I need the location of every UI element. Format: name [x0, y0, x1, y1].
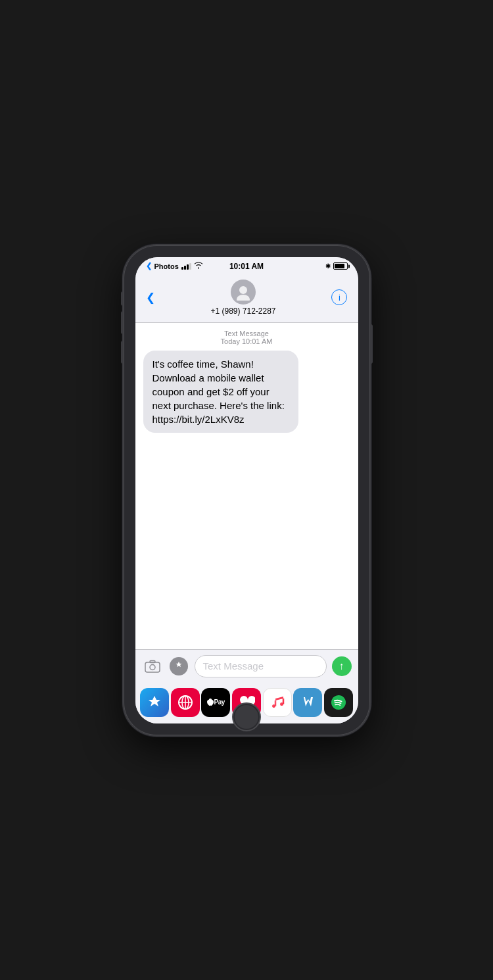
silent-switch — [121, 291, 124, 306]
message-meta: Text Message Today 10:01 AM — [135, 330, 358, 345]
phone-device: ❮ Photos 10:01 AM ✱ — [124, 245, 370, 735]
status-bar-left: ❮ Photos — [146, 262, 203, 270]
home-button[interactable] — [232, 702, 261, 731]
signal-bar-3 — [187, 264, 189, 270]
carrier-label: Photos — [154, 262, 179, 270]
back-button[interactable]: ❮ — [146, 291, 155, 305]
input-placeholder: Text Message — [203, 660, 264, 672]
message-time-label: Today 10:01 AM — [135, 337, 358, 345]
signal-bar-4 — [189, 263, 191, 270]
svg-point-9 — [280, 702, 283, 706]
message-type-label: Text Message — [135, 330, 358, 337]
battery-icon — [333, 262, 348, 270]
contact-info: +1 (989) 712-2287 — [210, 280, 275, 316]
svg-rect-4 — [150, 660, 155, 662]
signal-bar-1 — [181, 267, 183, 270]
applepay-label: Pay — [207, 698, 225, 706]
message-text-input[interactable]: Text Message — [195, 655, 327, 677]
status-time: 10:01 AM — [229, 262, 264, 271]
dock-icon-venmo[interactable] — [293, 688, 322, 717]
contact-number: +1 (989) 712-2287 — [210, 306, 275, 316]
dock-icon-music[interactable] — [263, 688, 292, 717]
send-button[interactable]: ↑ — [332, 656, 352, 676]
dock-icon-spotify[interactable] — [324, 688, 353, 717]
volume-down-button — [121, 341, 124, 364]
bluetooth-icon: ✱ — [325, 262, 331, 270]
svg-point-1 — [237, 295, 250, 301]
svg-point-3 — [150, 664, 155, 670]
phone-screen: ❮ Photos 10:01 AM ✱ — [135, 257, 358, 723]
message-bubble: It's coffee time, Shawn! Download a mobi… — [143, 351, 298, 433]
photos-back-icon: ❮ — [146, 262, 152, 270]
volume-up-button — [121, 311, 124, 334]
nav-header: ❮ +1 (989) 712-2287 i — [135, 276, 358, 323]
wifi-icon — [194, 262, 203, 270]
contact-avatar — [231, 280, 256, 305]
signal-bar-2 — [184, 266, 186, 270]
info-button[interactable]: i — [331, 289, 347, 305]
send-icon: ↑ — [339, 660, 344, 672]
dock-icon-radar[interactable] — [171, 688, 200, 717]
status-bar-right: ✱ — [325, 262, 348, 270]
message-input-area: Text Message ↑ — [135, 649, 358, 683]
svg-rect-2 — [145, 662, 160, 672]
status-bar: ❮ Photos 10:01 AM ✱ — [135, 257, 358, 276]
signal-bars — [181, 263, 191, 270]
dock-icon-applepay[interactable]: Pay — [201, 688, 230, 717]
camera-button[interactable] — [142, 656, 163, 677]
appstore-button[interactable] — [168, 656, 189, 677]
svg-point-0 — [239, 286, 247, 294]
dock-icon-appstore[interactable] — [140, 688, 169, 717]
message-row: It's coffee time, Shawn! Download a mobi… — [135, 351, 358, 433]
appstore-circle — [170, 657, 188, 675]
battery-fill — [335, 264, 344, 268]
messages-area: Text Message Today 10:01 AM It's coffee … — [135, 323, 358, 649]
